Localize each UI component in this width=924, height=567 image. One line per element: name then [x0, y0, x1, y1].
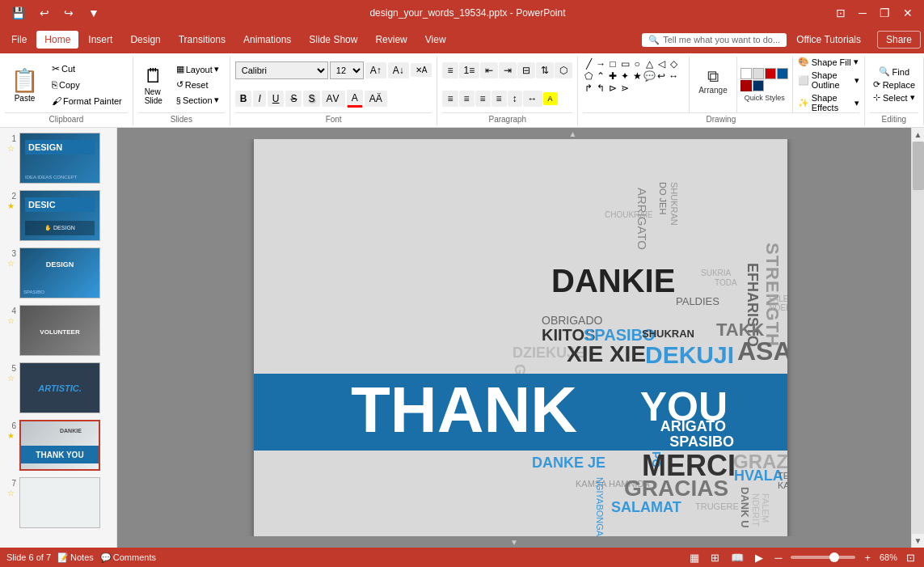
- menu-view[interactable]: View: [417, 31, 454, 49]
- menu-search-box[interactable]: 🔍 Tell me what you want to do...: [642, 33, 787, 47]
- slide-thumb-6[interactable]: 6 ★ THANK YOU DANKIE: [3, 418, 113, 472]
- qs-red[interactable]: [765, 68, 776, 79]
- fit-slide-button[interactable]: ⊡: [904, 552, 918, 564]
- shadow-button[interactable]: S: [303, 91, 319, 107]
- cut-button[interactable]: ✂ Cut: [49, 61, 124, 76]
- slide-sorter-button[interactable]: ⊞: [708, 552, 722, 564]
- underline-button[interactable]: U: [268, 91, 285, 107]
- clear-format-button[interactable]: ✕A: [411, 63, 432, 77]
- strikethrough-button[interactable]: S: [285, 91, 302, 107]
- slide-img-1[interactable]: DESIGN IDEA IDEAS CONCEPT: [19, 133, 100, 184]
- line-spacing-button[interactable]: ↕: [508, 91, 522, 107]
- undo-button[interactable]: ↩: [35, 5, 54, 21]
- decrease-indent-button[interactable]: ⇤: [480, 62, 498, 78]
- increase-indent-button[interactable]: ⇥: [499, 62, 517, 78]
- slide-img-7[interactable]: [19, 477, 100, 528]
- shrink-font-button[interactable]: A↓: [388, 62, 409, 78]
- zoom-in-button[interactable]: +: [862, 552, 873, 564]
- numbering-button[interactable]: 1≡: [459, 62, 480, 78]
- italic-button[interactable]: I: [253, 91, 265, 107]
- format-painter-button[interactable]: 🖌 Format Painter: [49, 94, 124, 108]
- zoom-slider[interactable]: [791, 556, 855, 559]
- menu-transitions[interactable]: Transitions: [171, 31, 234, 49]
- close-button[interactable]: ✕: [898, 5, 918, 21]
- menu-animations[interactable]: Animations: [235, 31, 299, 49]
- slide-thumb-3[interactable]: 3 ☆ DESIGN SPASIBO: [3, 246, 113, 300]
- slide-img-4[interactable]: VOLUNTEER: [19, 305, 100, 356]
- qs-darkred[interactable]: [740, 80, 752, 91]
- char-spacing-button[interactable]: AÄ: [365, 91, 387, 107]
- slide-thumb-2[interactable]: 2 ★ DESIC ✋ DESIGN: [3, 188, 113, 243]
- replace-button[interactable]: ⟳ Replace: [873, 79, 915, 90]
- rect-shape[interactable]: □: [607, 58, 618, 70]
- align-center-button[interactable]: ≡: [459, 91, 475, 107]
- font-name-select[interactable]: Calibri: [235, 61, 328, 79]
- scroll-thumb[interactable]: [913, 142, 924, 190]
- para-color-button[interactable]: A: [543, 92, 558, 105]
- shape-fill-button[interactable]: 🎨 Shape Fill ▾: [798, 57, 859, 67]
- columns-button[interactable]: ⊟: [517, 62, 535, 78]
- curved-arrow[interactable]: ↩: [656, 70, 667, 82]
- arrow-shape[interactable]: →: [595, 58, 606, 70]
- scroll-up-button[interactable]: ▲: [234, 128, 911, 139]
- restore2-button[interactable]: ⊡: [831, 5, 850, 21]
- menu-slideshow[interactable]: Slide Show: [301, 31, 365, 49]
- paste-button[interactable]: 📋 Paste: [5, 57, 44, 112]
- zoom-out-button[interactable]: ─: [772, 552, 784, 564]
- slide-img-3[interactable]: DESIGN SPASIBO: [19, 248, 100, 298]
- scroll-track[interactable]: [912, 142, 924, 534]
- dbl-arrow[interactable]: ↔: [668, 70, 679, 82]
- callout-shape[interactable]: 💬: [643, 70, 655, 82]
- slide-img-5[interactable]: ARTISTIC.: [19, 362, 100, 413]
- layout-button[interactable]: ▦ Layout ▾: [174, 62, 222, 76]
- menu-design[interactable]: Design: [122, 31, 168, 49]
- qs-white[interactable]: [740, 68, 752, 79]
- menu-insert[interactable]: Insert: [80, 31, 120, 49]
- grow-font-button[interactable]: A↑: [365, 62, 386, 78]
- triangle-shape[interactable]: △: [643, 58, 655, 70]
- striped-arrow[interactable]: ⊳: [607, 83, 618, 94]
- menu-file[interactable]: File: [3, 31, 35, 49]
- normal-view-button[interactable]: ▦: [687, 552, 702, 564]
- notched-arrow[interactable]: ⋗: [619, 83, 631, 94]
- slide-thumb-5[interactable]: 5 ☆ ARTISTIC.: [3, 361, 113, 415]
- qs-gray[interactable]: [753, 68, 764, 79]
- rounded-rect-shape[interactable]: ▭: [619, 58, 631, 70]
- scroll-up-arrow[interactable]: ▲: [912, 128, 924, 142]
- star5-shape[interactable]: ★: [631, 70, 643, 82]
- scroll-down-arrow[interactable]: ▼: [912, 534, 924, 548]
- bold-button[interactable]: B: [235, 91, 252, 107]
- slideshow-button[interactable]: ▶: [753, 552, 766, 564]
- pentagon-shape[interactable]: ⬠: [583, 70, 594, 82]
- section-button[interactable]: § Section ▾: [174, 93, 222, 107]
- text-direction-button[interactable]: ⇅: [536, 62, 554, 78]
- select-button[interactable]: ⊹ Select ▾: [873, 92, 915, 103]
- bullets-button[interactable]: ≡: [442, 62, 458, 78]
- slide-thumb-7[interactable]: 7 ☆: [3, 476, 113, 530]
- slide-thumb-4[interactable]: 4 ☆ VOLUNTEER: [3, 303, 113, 358]
- qs-blue[interactable]: [777, 68, 788, 79]
- arrange-button[interactable]: ⧉ Arrange: [693, 57, 733, 105]
- curved-up-arrow[interactable]: ↰: [595, 83, 606, 94]
- chevron-shape[interactable]: ⌃: [595, 70, 606, 82]
- maximize-button[interactable]: ❐: [875, 5, 895, 21]
- reset-button[interactable]: ↺ Reset: [174, 78, 222, 91]
- align-right-button[interactable]: ≡: [475, 91, 491, 107]
- comments-button[interactable]: 💬 Comments: [100, 552, 156, 563]
- copy-button[interactable]: ⎘ Copy: [49, 78, 124, 92]
- font-size-select[interactable]: 12: [330, 61, 364, 79]
- menu-home[interactable]: Home: [36, 31, 78, 49]
- star4-shape[interactable]: ✦: [619, 70, 631, 82]
- office-tutorials-link[interactable]: Office Tutorials: [788, 31, 869, 49]
- spacing-button[interactable]: AV: [322, 91, 345, 107]
- reading-view-button[interactable]: 📖: [728, 552, 746, 564]
- new-slide-button[interactable]: 🗒 NewSlide: [138, 57, 169, 112]
- redo-button[interactable]: ↪: [59, 5, 78, 21]
- menu-review[interactable]: Review: [367, 31, 415, 49]
- slide-img-6[interactable]: THANK YOU DANKIE: [19, 420, 100, 471]
- find-button[interactable]: 🔍 Find: [879, 66, 909, 77]
- slide-panel[interactable]: 1 ☆ DESIGN IDEA IDEAS CONCEPT 2 ★ DESIC: [0, 128, 117, 548]
- minimize-button[interactable]: ─: [854, 5, 871, 21]
- shape-outline-button[interactable]: ⬜ Shape Outline ▾: [798, 70, 859, 90]
- qs-darkblue[interactable]: [753, 80, 764, 91]
